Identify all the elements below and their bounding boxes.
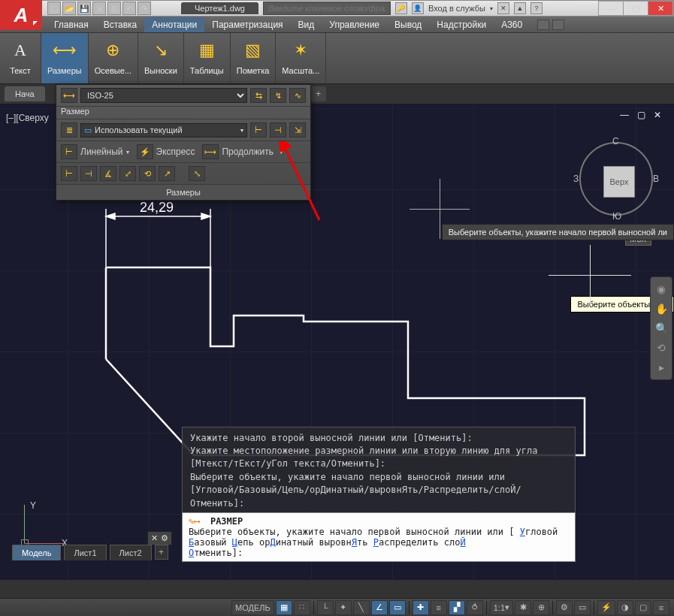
signin-label[interactable]: Вход в службы (428, 4, 485, 13)
save-icon[interactable]: 💾 (77, 2, 91, 15)
status-otrack-icon[interactable]: ▭ (389, 600, 406, 615)
dim-tool-2-icon[interactable]: ⊣ (80, 166, 97, 181)
status-dyninput-icon[interactable]: ✚ (413, 600, 429, 615)
help-icon[interactable]: ? (530, 2, 543, 14)
close-button[interactable]: ✕ (648, 1, 673, 16)
dim-express-button[interactable]: Экспресс (156, 146, 195, 157)
ribbon-leaders[interactable]: ↘ Выноски (138, 33, 184, 83)
dim-tool-1-icon[interactable]: ⊢ (61, 166, 77, 181)
dim-tool-7-icon[interactable]: ⤡ (189, 166, 205, 181)
status-hardware-icon[interactable]: ⚡ (597, 600, 615, 615)
saveas-icon[interactable]: ⇲ (92, 2, 106, 15)
ribbon-scale[interactable]: ✶ Масшта... (276, 33, 326, 83)
status-lineweight-icon[interactable]: ≡ (431, 600, 447, 615)
tab-insert[interactable]: Вставка (96, 17, 145, 32)
command-line-handle[interactable]: ✕ ⚙ (147, 531, 172, 545)
app-menu-button[interactable]: A (0, 0, 42, 30)
layout-tab-2[interactable]: Лист2 (110, 545, 152, 560)
ribbon-tables[interactable]: ▦ Таблицы (184, 33, 231, 83)
zoom-extents-icon[interactable]: 🔍 (654, 321, 669, 336)
dim-continue-button[interactable]: Продолжить (222, 146, 274, 157)
cmd-option[interactable]: Угловой (520, 527, 558, 537)
status-model[interactable]: МОДЕЛЬ (231, 600, 274, 615)
status-annoscale[interactable]: 1:1 ▾ (490, 600, 513, 615)
status-polar-icon[interactable]: ✦ (335, 600, 352, 615)
cmd-option[interactable]: слоЙ (444, 537, 466, 548)
redo-icon[interactable]: ↷ (138, 2, 151, 15)
cmd-options-icon[interactable]: ⚙ (161, 533, 168, 543)
dim-adjust-icon[interactable]: ⇲ (289, 122, 306, 137)
cmd-option[interactable]: Базовый (189, 537, 227, 548)
status-annauto-icon[interactable]: ⊕ (533, 600, 549, 615)
status-grid-icon[interactable]: ▦ (276, 600, 292, 615)
exchange-icon[interactable]: ✕ (497, 2, 509, 14)
pan-icon[interactable]: ✋ (654, 301, 669, 316)
status-transparency-icon[interactable]: ▞ (449, 600, 465, 615)
command-line[interactable]: ✎⟷ РАЗМЕР Выберите объекты, укажите нача… (182, 512, 576, 562)
new-icon[interactable]: ▢ (47, 2, 61, 15)
status-osnap-icon[interactable]: ∠ (371, 600, 388, 615)
layer-combo[interactable]: ▭Использовать текущий ▾ (80, 123, 247, 137)
cmd-option[interactable]: Распределить (373, 537, 439, 548)
dim-update-icon[interactable]: ⇆ (250, 88, 267, 103)
layout-tab-model[interactable]: Модель (12, 545, 61, 560)
showmotion-icon[interactable]: ▸ (654, 360, 669, 375)
status-cleanscreen-icon[interactable]: ▢ (635, 600, 651, 615)
tab-annotate[interactable]: Аннотации (144, 17, 204, 32)
dim-continue-btn-icon[interactable]: ⟼ (202, 144, 219, 159)
status-cycling-icon[interactable]: ⥀ (467, 600, 483, 615)
dim-tool-6-icon[interactable]: ↗ (159, 166, 175, 181)
search-input[interactable] (263, 2, 391, 15)
dim-tool-3-icon[interactable]: ∡ (100, 166, 116, 181)
dim-break-icon[interactable]: ↯ (270, 88, 286, 103)
app-store-icon[interactable]: ▲ (514, 2, 526, 14)
print-icon[interactable]: ⎙ (107, 2, 121, 15)
cmd-option[interactable]: выровнЯть (319, 537, 367, 548)
layer-icon[interactable]: ≣ (61, 122, 77, 137)
cmd-option[interactable]: орДинатный (259, 537, 313, 548)
dim-continue-icon[interactable]: ⊣ (270, 122, 286, 137)
status-annovis-icon[interactable]: ✱ (515, 600, 531, 615)
steering-wheel-icon[interactable]: ◉ (654, 282, 669, 297)
cmd-option[interactable]: Отменить (189, 548, 232, 558)
ribbon-collapse-icon[interactable] (552, 20, 564, 30)
status-isolate-icon[interactable]: ◑ (617, 600, 633, 615)
ribbon-markup[interactable]: ▧ Пометка (231, 33, 277, 83)
dim-style-icon[interactable]: ⟷ (61, 88, 77, 103)
tab-view[interactable]: Вид (291, 17, 322, 32)
minimize-button[interactable]: — (598, 1, 624, 16)
layout-tab-1[interactable]: Лист1 (64, 545, 106, 560)
signin-icon[interactable]: 🔑 (395, 2, 407, 14)
maximize-button[interactable]: ▢ (623, 1, 648, 16)
tab-output[interactable]: Вывод (387, 17, 429, 32)
tab-manage[interactable]: Управление (322, 17, 387, 32)
dim-linear-button[interactable]: Линейный (80, 146, 123, 157)
orbit-icon[interactable]: ⟲ (654, 340, 669, 355)
dim-inspect-icon[interactable]: ∿ (289, 88, 306, 103)
dim-express-icon[interactable]: ⚡ (137, 144, 153, 159)
tab-addins[interactable]: Надстройки (429, 17, 494, 32)
status-snap-icon[interactable]: ∷ (294, 600, 310, 615)
dim-style-combo[interactable]: ISO-25 (80, 88, 247, 103)
tab-parametric[interactable]: Параметризация (204, 17, 290, 32)
layout-tab-add[interactable]: + (155, 545, 168, 560)
cmd-option[interactable]: Цепь (232, 537, 254, 548)
open-icon[interactable]: 📂 (62, 2, 76, 15)
ribbon-centerlines[interactable]: ⊕ Осевые... (89, 33, 138, 83)
tab-home[interactable]: Главная (47, 17, 96, 32)
file-tab-add[interactable]: + (311, 86, 326, 101)
dim-tool-4-icon[interactable]: ⤢ (119, 166, 136, 181)
ribbon-dimensions[interactable]: ⟷ Размеры (41, 33, 89, 83)
status-ortho-icon[interactable]: └ (317, 600, 334, 615)
status-customize-icon[interactable]: ≡ (653, 600, 669, 615)
file-tab-start[interactable]: Нача (5, 86, 45, 101)
dim-linear-icon[interactable]: ⊢ (61, 144, 77, 159)
status-iso-icon[interactable]: ╲ (353, 600, 370, 615)
ribbon-text[interactable]: A Текст (0, 33, 41, 83)
status-workspace-icon[interactable]: ⚙ (556, 600, 573, 615)
dim-baseline-icon[interactable]: ⊢ (250, 122, 267, 137)
status-monitor-icon[interactable]: ▭ (574, 600, 591, 615)
cmd-close-icon[interactable]: ✕ (151, 533, 158, 543)
user-icon[interactable]: 👤 (412, 2, 424, 14)
featured-apps-icon[interactable] (537, 20, 549, 30)
